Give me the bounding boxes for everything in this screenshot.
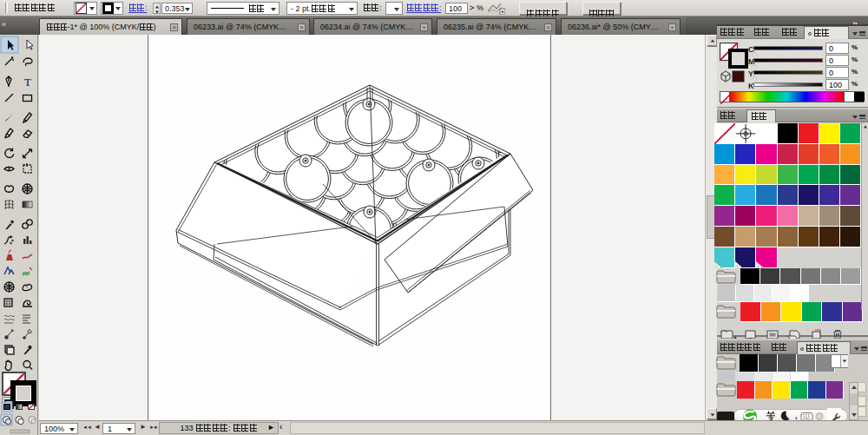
svg-text:,: , bbox=[795, 412, 798, 420]
svg-text:T: T bbox=[24, 76, 31, 89]
